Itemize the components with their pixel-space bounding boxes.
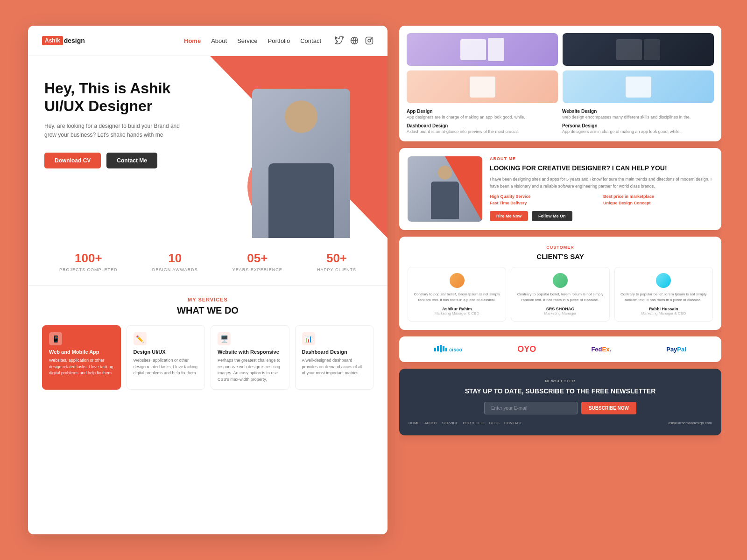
about-features: High Quality Service Best price in marke…: [490, 194, 713, 205]
footer-domain: ashikurrahmandesign.com: [668, 421, 712, 425]
svg-rect-7: [443, 346, 444, 351]
hire-me-button[interactable]: Hire Me Now: [490, 211, 528, 221]
mini-card-0a: [460, 39, 486, 60]
portfolio-item-title-0: App Design: [407, 109, 558, 114]
portfolio-item-desc-2: A dashboard is an at-glance info preview…: [407, 129, 558, 134]
footer-link-blog[interactable]: BLOG: [489, 421, 500, 425]
testimonial-role-1: Marketing Manager: [517, 311, 603, 315]
mini-card-1a: [616, 39, 642, 60]
portfolio-item-content-1: [563, 33, 714, 66]
service-card-2: 🖥️ Website with Responsive Perhaps the g…: [211, 325, 289, 390]
cisco-icon: cisco: [434, 344, 462, 353]
services-tag: MY SERVICES: [42, 297, 374, 302]
about-feature-1: Best price in marketplace: [603, 194, 713, 199]
testimonial-text-0: Contrary to popular belief, lorem Ipsum …: [414, 292, 500, 303]
footer-link-service[interactable]: SERVICE: [442, 421, 458, 425]
nav-links: Home About Service Portfolio Contact: [184, 37, 321, 44]
stat-projects-number: 100+: [59, 251, 118, 266]
person-body: [268, 163, 334, 238]
stat-awards-number: 10: [152, 251, 198, 266]
newsletter-subscribe-button[interactable]: SUBSCRIBE NOW: [581, 402, 636, 414]
hero-subtitle: Hey, are looking for a designer to build…: [44, 122, 180, 140]
instagram-icon[interactable]: [365, 36, 374, 45]
service-icon-3: 📊: [302, 332, 315, 345]
nav-contact[interactable]: Contact: [300, 37, 321, 44]
twitter-icon[interactable]: [335, 36, 344, 45]
about-title: LOOKING FOR CREATIVE DESIGNER? I CAN HEL…: [490, 164, 713, 172]
portfolio-item-title-3: Persona Design: [562, 123, 714, 128]
stat-experience-label: YEARS EXPERIENCE: [233, 267, 282, 272]
nav-about[interactable]: About: [211, 37, 227, 44]
testimonial-name-2: Rabbi Hussain: [620, 307, 707, 311]
main-panel: Ashik design Home About Service Portfoli…: [28, 26, 388, 534]
about-image: [408, 156, 482, 222]
about-buttons: Hire Me Now Follow Me On: [490, 211, 713, 221]
hero-section: Hey, This is Ashik UI/UX Designer Hey, a…: [28, 56, 388, 238]
testimonial-avatar-1: [553, 273, 568, 288]
about-desc: I have been designing sites and apps for…: [490, 176, 713, 189]
service-card-title-1: Design UI/UX: [134, 349, 198, 355]
nav-icons: [335, 36, 374, 45]
portfolio-item-0[interactable]: [407, 33, 558, 66]
navbar: Ashik design Home About Service Portfoli…: [28, 26, 388, 56]
service-icon-2: 🖥️: [218, 332, 231, 345]
stats-section: 100+ PROJECTS COMPLETED 10 DESIGN AWWARD…: [28, 238, 388, 286]
about-tag: ABOUT ME: [490, 156, 713, 161]
service-card-desc-1: Websites, application or other design re…: [134, 357, 198, 377]
service-card-0: 📱 Web and Mobile App Websites, applicati…: [42, 325, 121, 390]
testimonials-title: CLIENT'S SAY: [408, 252, 713, 260]
footer-link-home[interactable]: HOME: [409, 421, 420, 425]
portfolio-item-desc-3: App designers are in charge of making an…: [562, 129, 714, 134]
brand-cisco: cisco: [434, 344, 462, 355]
footer-link-contact[interactable]: CONTACT: [504, 421, 522, 425]
follow-me-button[interactable]: Follow Me On: [532, 211, 572, 221]
nav-home[interactable]: Home: [184, 37, 201, 44]
svg-rect-5: [437, 346, 439, 351]
portfolio-labels: App Design App designers are in charge o…: [407, 109, 714, 134]
nav-service[interactable]: Service: [237, 37, 257, 44]
nav-portfolio[interactable]: Portfolio: [268, 37, 290, 44]
hero-buttons: Download CV Contact Me: [44, 153, 180, 168]
download-cv-button[interactable]: Download CV: [44, 153, 101, 168]
mini-card-1b: [644, 39, 660, 60]
logo-text: design: [64, 37, 85, 44]
stat-clients-label: HAPPY CLIENTS: [317, 267, 356, 272]
mini-card-0b: [488, 38, 504, 61]
newsletter-email-input[interactable]: [484, 402, 578, 414]
globe-icon[interactable]: [350, 36, 359, 45]
hero-content: Hey, This is Ashik UI/UX Designer Hey, a…: [44, 79, 180, 168]
about-person-head: [438, 166, 452, 180]
logo-highlight: Ashik: [42, 36, 63, 45]
portfolio-label-0: App Design App designers are in charge o…: [407, 109, 558, 119]
newsletter-footer: HOME ABOUT SERVICE PORTFOLIO BLOG CONTAC…: [409, 421, 712, 425]
about-content: ABOUT ME LOOKING FOR CREATIVE DESIGNER? …: [490, 156, 713, 222]
portfolio-item-1[interactable]: [563, 33, 714, 66]
contact-me-button[interactable]: Contact Me: [106, 153, 157, 168]
brand-fedex: FedEx.: [591, 346, 611, 353]
mini-card-2a: [470, 77, 495, 98]
services-title: WHAT WE DO: [42, 305, 374, 316]
portfolio-item-desc-1: Web design encompasses many different sk…: [562, 115, 714, 119]
testimonial-card-1: Contrary to popular belief, lorem Ipsum …: [511, 267, 609, 322]
newsletter-form: SUBSCRIBE NOW: [409, 402, 712, 414]
person-head: [285, 100, 317, 133]
hero-person: [252, 89, 350, 238]
hero-title: Hey, This is Ashik UI/UX Designer: [44, 79, 180, 115]
about-person-body: [431, 182, 459, 219]
stat-clients-number: 50+: [317, 251, 356, 266]
stat-experience: 05+ YEARS EXPERIENCE: [233, 251, 282, 272]
service-card-3: 📊 Dashboard Design A well-designed dashb…: [295, 325, 374, 390]
portfolio-item-2[interactable]: [407, 70, 558, 103]
service-card-1: ✏️ Design UI/UX Websites, application or…: [127, 325, 205, 390]
portfolio-section: App Design App designers are in charge o…: [399, 26, 721, 141]
svg-text:cisco: cisco: [449, 347, 462, 352]
hero-image: [243, 79, 359, 238]
footer-link-about[interactable]: ABOUT: [424, 421, 437, 425]
footer-link-portfolio[interactable]: PORTFOLIO: [463, 421, 485, 425]
testimonials-grid: Contrary to popular belief, lorem Ipsum …: [408, 267, 713, 322]
portfolio-item-3[interactable]: [563, 70, 714, 103]
portfolio-item-content-2: [407, 70, 558, 103]
newsletter-title: STAY UP TO DATE, SUBSCRIBE TO THE FREE N…: [409, 387, 712, 395]
portfolio-item-title-1: Website Design: [562, 109, 714, 114]
brand-paypal: PayPal: [666, 346, 686, 353]
